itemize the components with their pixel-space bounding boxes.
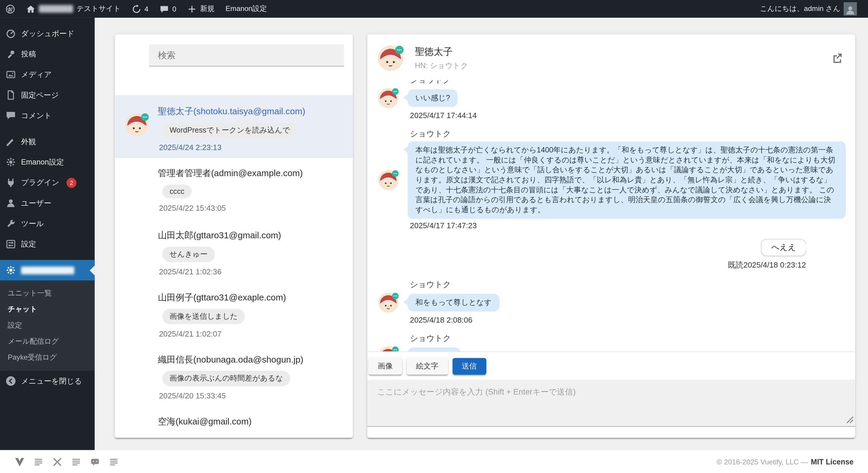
submenu-item-payke-log[interactable]: Payke受信ログ [0,349,95,365]
conversation-row-shotoku[interactable]: 聖徳太子(shotoku.taisya@gmail.com) WordPress… [115,96,353,158]
send-button[interactable]: 送信 [452,358,486,375]
sidebar-item-tools[interactable]: ツール [0,213,95,234]
x-twitter-icon[interactable] [52,456,63,467]
conversation-preview: cccc [162,185,192,199]
sidebar-item-posts[interactable]: 投稿 [0,44,95,64]
lines-logo-icon[interactable] [108,456,119,467]
submenu-label: チャット [8,304,37,314]
conversation-name: 織田信長(nobunaga.oda@shogun.jp) [158,354,344,365]
own-message-read-time: 既読2025/4/18 0:23:12 [728,261,806,270]
wordpress-logo-icon [6,4,15,13]
sidebar-item-chat-plugin[interactable] [0,260,95,280]
contact-avatar [377,45,404,71]
sidebar-item-pages[interactable]: 固定ページ [0,85,95,105]
submenu-item-settings[interactable]: 設定 [0,317,95,333]
conversation-time: 2025/4/21 1:02:07 [159,329,344,338]
gear-icon [6,265,16,275]
site-name-label: テストサイト [76,4,120,14]
image-button[interactable]: 画像 [368,358,402,375]
emanon-label: Emanon設定 [226,4,267,14]
contact-avatar [125,113,149,137]
lines-logo-icon[interactable] [71,456,82,467]
conversation-name: 聖徳太子(shotoku.taisya@gmail.com) [158,106,344,118]
conversation-name: 山田太郎(gttaro31@gmail.com) [158,230,344,241]
contact-avatar [378,170,399,190]
submenu-item-mail-log[interactable]: メール配信ログ [0,333,95,349]
chat-title: 聖徳太子 [415,45,468,58]
gear-icon [6,157,16,168]
open-external-icon[interactable] [831,52,843,64]
site-name-link[interactable]: テストサイト [21,0,126,18]
new-content-link[interactable]: 新規 [182,0,220,18]
message-input[interactable] [367,380,855,427]
message-sender: ショウトク [410,333,846,344]
collapse-menu-label: メニューを閉じる [21,376,82,386]
message-sender: ショウトク [410,80,846,85]
sidebar-item-dashboard[interactable]: ダッシュボード [0,23,95,44]
resize-handle-icon[interactable] [846,416,854,423]
sidebar-item-plugins[interactable]: プラグイン 2 [0,172,95,193]
collapse-menu-button[interactable]: メニューを閉じる [0,371,95,391]
message-input-wrap [367,380,855,427]
emoji-button[interactable]: 絵文字 [406,358,447,375]
wp-admin-bar: テストサイト 4 0 新規 Emanon設定 こんにちは、admin さん [0,0,868,18]
message-bubble: 冠位十二階 [408,348,461,352]
submenu-item-chat[interactable]: チャット [0,301,95,317]
sidebar-item-label: ユーザー [21,198,51,208]
conversation-row-yamada-reiko[interactable]: 山田例子(gttaro31@exaple.com) 画像を送信しました 2025… [115,282,353,344]
sidebar-item-users[interactable]: ユーザー [0,193,95,213]
submenu-item-units[interactable]: ユニット一覧 [0,285,95,301]
message-scroll-area[interactable]: ショウトク いい感じ? 2025/4/17 17:44:14 ショウトク [367,80,855,352]
lines-logo-icon[interactable] [33,456,44,467]
sidebar-item-label: メディア [21,69,52,80]
message-group: ショウトク 本年は聖徳太子が亡くなられてから1400年にあたります。「和をもって… [378,128,846,230]
appearance-icon [6,137,16,147]
message-bubble: 和をもって尊しとなす [408,294,499,312]
sidebar-item-appearance[interactable]: 外観 [0,131,95,152]
sidebar-item-emanon-settings[interactable]: Emanon設定 [0,152,95,172]
emanon-settings-link[interactable]: Emanon設定 [220,0,273,18]
conversation-list-card: 聖徳太子(shotoku.taisya@gmail.com) WordPress… [115,34,353,438]
conversation-row-admin[interactable]: 管理者管理者(admin@example.com) cccc 2025/4/22… [115,158,353,220]
submenu-label: Payke受信ログ [8,352,57,362]
sidebar-item-label: コメント [21,111,52,121]
submenu-label: 設定 [8,320,22,330]
greeting-text: こんにちは、admin さん [760,4,840,14]
conversation-row-kukai[interactable]: 空海(kukai@gmail.com) [115,406,353,438]
sidebar-item-comments[interactable]: コメント [0,106,95,126]
conversation-row-yamada-taro[interactable]: 山田太郎(gttaro31@gmail.com) せんきゅー 2025/4/21… [115,220,353,282]
comments-link[interactable]: 0 [154,0,182,18]
comments-count: 0 [172,5,176,13]
own-message-bubble: へええ [762,239,806,256]
search-input[interactable] [158,50,335,60]
updates-link[interactable]: 4 [126,0,154,18]
message-sender: ショウトク [410,279,846,290]
wp-admin-menu: ダッシュボード 投稿 メディア 固定ページ コメント 外観 [0,18,95,450]
mit-license-link[interactable]: MIT License [811,457,854,466]
sidebar-item-label: 投稿 [21,49,36,59]
wp-logo-menu[interactable] [0,0,21,18]
chat-logo-icon[interactable] [90,456,100,467]
contact-avatar [378,292,399,313]
sidebar-item-label: 外観 [21,137,36,147]
message-group: ショウトク 和をもって尊しとなす 2025/4/18 2:08:06 [378,279,846,324]
comments-icon [6,110,16,121]
contact-avatar [378,346,399,352]
sidebar-item-settings[interactable]: 設定 [0,234,95,254]
message-bubble: いい感じ? [408,89,458,107]
vuetify-logo-icon[interactable] [14,456,25,467]
sidebar-item-label: 設定 [21,239,36,249]
conversation-preview: 画像の表示ぶんの時間差があるな [162,371,290,386]
home-icon [26,4,35,13]
sidebar-item-media[interactable]: メディア [0,64,95,85]
message-bubble: 本年は聖徳太子が亡くなられてから1400年にあたります。「和をもって尊しとなす」… [408,141,846,219]
chat-header: 聖徳太子 HN: ショウトク [367,34,855,80]
conversation-row-oda[interactable]: 織田信長(nobunaga.oda@shogun.jp) 画像の表示ぶんの時間差… [115,344,353,406]
page-root: テストサイト 4 0 新規 Emanon設定 こんにちは、admin さん [0,0,868,473]
chat-window-card: 聖徳太子 HN: ショウトク ショウトク いい感じ [367,34,855,438]
menu-separator [0,254,95,260]
updates-count: 4 [144,5,149,13]
chat-handle: HN: ショウトク [415,61,468,71]
my-account-link[interactable]: こんにちは、admin さん [754,0,862,18]
sidebar-item-label: プラグイン [21,178,59,188]
